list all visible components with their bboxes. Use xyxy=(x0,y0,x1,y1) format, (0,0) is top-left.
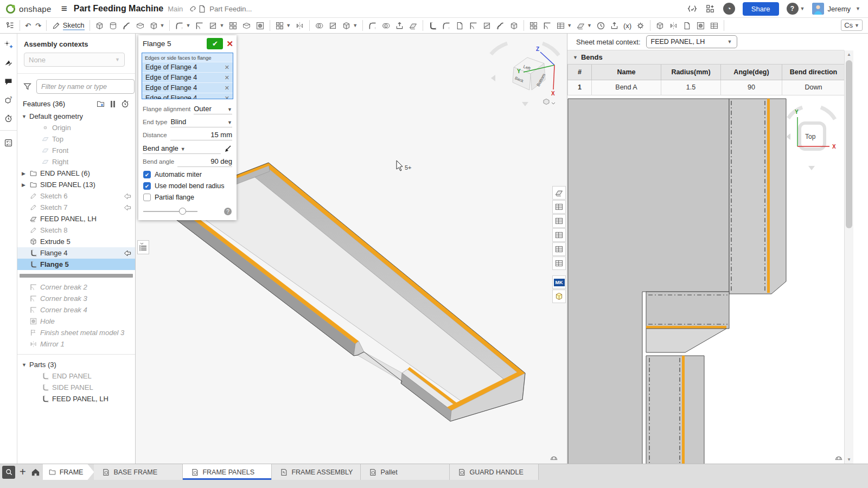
checkbox-icon[interactable]: ✔ xyxy=(143,171,151,178)
composite-part-tool-button[interactable]: ▼ xyxy=(574,20,594,31)
search-tabs-button[interactable] xyxy=(2,466,15,479)
checkbox-partial-flange[interactable]: Partial flange xyxy=(138,191,237,202)
right-panel-scrollbar[interactable]: ▲ ▼ xyxy=(844,50,853,464)
feature-item-end-panel[interactable]: END PANEL xyxy=(17,370,135,382)
checkbox-icon[interactable] xyxy=(143,194,151,201)
feature-item-origin[interactable]: Origin xyxy=(17,122,135,133)
boolean-tool-button[interactable] xyxy=(312,20,326,31)
draft-tool-button[interactable]: ▼ xyxy=(206,20,226,31)
bends-column-header[interactable]: Bend direction xyxy=(782,65,845,80)
feature-item-flange-4[interactable]: Flange 4 xyxy=(17,247,135,259)
feature-item-corner-break-2[interactable]: Corner break 2 xyxy=(17,281,135,293)
distance-input[interactable]: 15 mm xyxy=(170,131,232,140)
feature-item-finish-sheet-metal-model-3[interactable]: Finish sheet metal model 3 xyxy=(17,327,135,338)
feature-item-right[interactable]: Right xyxy=(17,156,135,168)
assembly-contexts-dropdown[interactable]: None ▼ xyxy=(24,53,125,67)
selection-item[interactable]: Edge of Flange 4✕ xyxy=(142,72,233,82)
checkbox-use-model-bend-radius[interactable]: ✔Use model bend radius xyxy=(138,179,237,191)
bend-table-view-button[interactable] xyxy=(552,200,566,214)
undo-tool-button[interactable]: ↶ xyxy=(23,21,33,31)
limit-type-dropdown[interactable]: Bend angle ▼ xyxy=(143,144,221,154)
view-cube-menu[interactable] xyxy=(544,99,555,105)
help-icon[interactable]: ? xyxy=(224,208,232,215)
feature-list-tool-button[interactable] xyxy=(3,20,17,31)
remove-selection-icon[interactable]: ✕ xyxy=(225,95,229,100)
redo-tool-button[interactable]: ↷ xyxy=(33,21,43,31)
flange-selection-list[interactable]: Edges or side faces to flange Edge of Fl… xyxy=(142,53,233,99)
material-box-button[interactable] xyxy=(552,290,566,303)
workspace-label[interactable]: Main xyxy=(168,5,183,13)
bends-column-header[interactable]: Name xyxy=(592,65,661,80)
versions-icon[interactable] xyxy=(687,3,698,14)
sheet-metal-context-dropdown[interactable]: FEED PANEL, LH ▼ xyxy=(646,35,737,48)
bend-angle-input[interactable]: 90 deg xyxy=(177,157,232,167)
learning-center-icon[interactable]: ◔ xyxy=(723,3,735,15)
cut-list-icon[interactable] xyxy=(2,136,15,149)
feature-item-feed-panel-lh[interactable]: FEED PANEL, LH xyxy=(17,213,135,224)
highlighted-edge[interactable] xyxy=(682,356,685,464)
orientation-widget[interactable]: Top Y X xyxy=(786,107,836,170)
view-cube[interactable]: Left Back Bottom Z Y X xyxy=(491,43,559,106)
link-icon[interactable] xyxy=(188,4,197,14)
beam-trim-tool-button[interactable] xyxy=(540,20,554,31)
chevron-down-icon[interactable]: ▼ xyxy=(22,362,29,368)
feature-item-sketch-6[interactable]: Sketch 6 xyxy=(17,190,135,202)
checkbox-automatic-miter[interactable]: ✔Automatic miter xyxy=(138,168,237,179)
detail-slider[interactable] xyxy=(143,211,197,212)
move-face-tool-button[interactable] xyxy=(393,20,406,31)
derived-tool-button[interactable] xyxy=(653,20,667,31)
orientation-face-label[interactable]: Top xyxy=(805,133,816,140)
flat-lower-strip[interactable] xyxy=(646,356,704,464)
bom-table-tool-button[interactable] xyxy=(707,20,721,31)
scroll-up-icon[interactable]: ▲ xyxy=(845,52,853,57)
selection-item[interactable]: Edge of Flange 4✕ xyxy=(142,82,233,93)
mirror-tool-button[interactable] xyxy=(293,20,307,31)
remove-selection-icon[interactable]: ✕ xyxy=(225,74,229,81)
external-reference-icon[interactable] xyxy=(123,192,132,201)
offset-surface-tool-button[interactable] xyxy=(406,20,420,31)
slider-thumb[interactable] xyxy=(179,208,186,215)
corner-break-tool-button[interactable] xyxy=(467,20,480,31)
custom-features-button[interactable]: Cs ▼ xyxy=(841,20,863,31)
transform-tool-button[interactable]: ▼ xyxy=(340,20,360,31)
confirm-button[interactable]: ✔ xyxy=(207,38,223,49)
mate-connector-icon[interactable] xyxy=(2,38,15,51)
flat-quantity-view-button[interactable] xyxy=(552,228,566,242)
chevron-right-icon[interactable]: ▶ xyxy=(22,182,29,188)
notch-step[interactable] xyxy=(358,352,404,381)
fillet-tool-button[interactable]: ▼ xyxy=(173,20,193,31)
bend-cell[interactable]: 1.5 xyxy=(661,80,721,95)
filter-icon[interactable] xyxy=(23,82,32,91)
feature-item-sketch-7[interactable]: Sketch 7 xyxy=(17,202,135,213)
document-tab-chip[interactable]: Part Feedin... xyxy=(197,4,252,14)
feature-item-top[interactable]: Top xyxy=(17,133,135,145)
bend-order-view-button[interactable] xyxy=(552,242,566,256)
thicken-tool-button[interactable]: ▼ xyxy=(147,20,167,31)
bend-row[interactable]: 1Bend A1.590Down xyxy=(568,80,845,95)
variables-tool-button[interactable]: (x) xyxy=(621,21,634,31)
user-menu[interactable]: Jeremy ▼ xyxy=(812,3,860,15)
bends-column-header[interactable]: # xyxy=(568,65,592,80)
publication-icon[interactable] xyxy=(2,56,15,69)
rotate-down-icon[interactable] xyxy=(522,102,528,106)
feature-item-end-panel-6-[interactable]: ▶END PANEL (6) xyxy=(17,168,135,179)
rotate-left-icon[interactable] xyxy=(491,75,495,81)
new-folder-icon[interactable] xyxy=(96,99,105,108)
feature-item-mirror-1[interactable]: Mirror 1 xyxy=(17,338,135,350)
feature-item-parts-3-[interactable]: ▼Parts (3) xyxy=(17,359,135,370)
filter-input[interactable] xyxy=(36,79,135,94)
tab-pallet[interactable]: Pallet xyxy=(361,464,450,480)
flat-pattern-view-button[interactable] xyxy=(552,186,566,200)
isolate-tool-button[interactable] xyxy=(634,20,647,31)
bends-column-header[interactable]: Angle(deg) xyxy=(721,65,782,80)
tab-frame-panels[interactable]: FRAME PANELS xyxy=(183,464,272,480)
chamfer-tool-button[interactable] xyxy=(193,20,206,31)
history-icon[interactable] xyxy=(2,112,15,125)
tab-frame-assembly[interactable]: FRAME ASSEMBLY xyxy=(272,464,361,480)
remove-selection-icon[interactable]: ✕ xyxy=(225,85,229,92)
feature-item-hole[interactable]: Hole xyxy=(17,316,135,327)
bends-section-header[interactable]: ▼ Bends xyxy=(567,50,844,65)
shell-tool-button[interactable] xyxy=(240,20,253,31)
flip-direction-icon[interactable] xyxy=(224,145,232,153)
feature-item-side-panel[interactable]: SIDE PANEL xyxy=(17,382,135,393)
